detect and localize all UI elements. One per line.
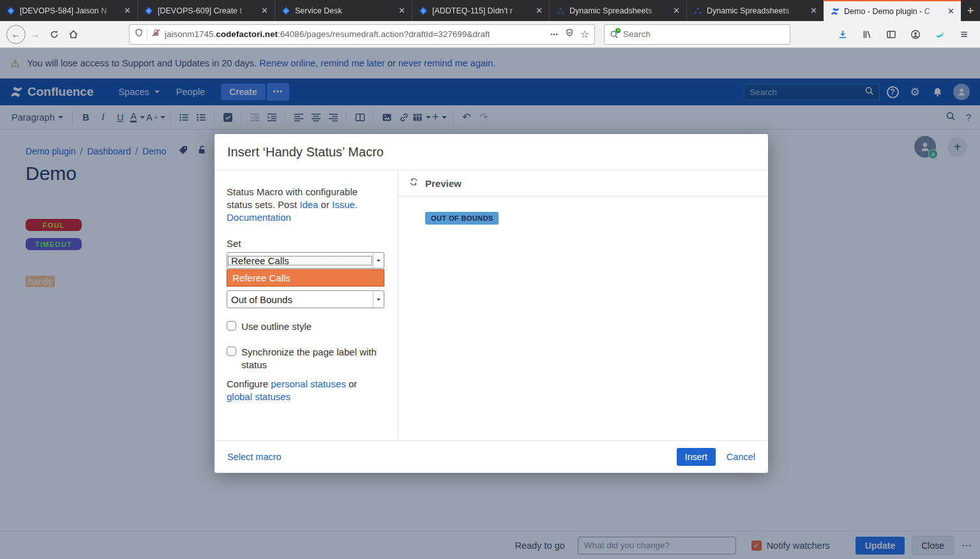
tab-title: [ADDTEQ-115] Didn't r [432,6,529,15]
synchronize-label-text: Synchronize the page label with status [241,346,385,371]
tab-close-icon[interactable]: ✕ [259,5,270,16]
personal-statuses-link[interactable]: personal statuses [271,378,346,389]
dropdown-option-referee-calls[interactable]: Referee Calls [227,272,296,283]
search-input[interactable] [623,29,785,39]
macro-description: Status Macro with configurable status se… [227,186,385,224]
jira-favicon [6,6,15,15]
insert-button[interactable]: Insert [677,448,716,466]
account-icon[interactable] [906,25,925,44]
url-text[interactable]: jaisonm1745.codefactori.net:64086/pages/… [165,29,547,39]
select-arrow-icon[interactable] [373,291,384,308]
library-icon[interactable] [857,25,877,44]
set-select-value: Referee Calls [227,255,373,266]
shield-check-icon[interactable] [565,28,574,40]
use-outline-style-checkbox[interactable] [227,321,236,331]
macro-form-panel: Status Macro with configurable status se… [215,170,398,440]
tab-title: Dynamic Spreadsheets [707,6,804,15]
insert-macro-dialog: Insert ‘Handy Status’ Macro Status Macro… [215,134,768,473]
tab-close-icon[interactable]: ✕ [396,5,407,16]
jira-favicon [144,6,153,15]
reload-button[interactable] [45,25,64,44]
tracking-protection-icon[interactable] [135,28,143,40]
global-statuses-link[interactable]: global statuses [227,391,290,402]
tab-title: Service Desk [295,6,392,15]
downloads-icon[interactable] [833,25,852,44]
spreadsheet-favicon [555,6,565,15]
insecure-lock-icon[interactable] [151,28,161,40]
dialog-title: Insert ‘Handy Status’ Macro [227,145,384,160]
select-arrow-icon[interactable] [373,253,384,268]
set-select[interactable]: Referee Calls [227,252,384,269]
sidebar-icon[interactable] [882,25,901,44]
add-search-engine-badge: + [615,28,621,33]
set-field-label: Set [227,238,385,249]
tab-title: [DEVOPS-584] Jaison N [20,6,117,15]
tab-devops-584[interactable]: [DEVOPS-584] Jaison N ✕ [0,0,137,21]
tab-title: Demo - Demo plugin - C [844,7,941,16]
back-button[interactable]: ← [6,25,26,44]
set-select-dropdown: Referee Calls [227,269,384,287]
home-button[interactable] [64,25,83,44]
tab-close-icon[interactable]: ✕ [122,5,133,16]
idea-link[interactable]: Idea [299,199,318,210]
new-tab-button[interactable]: + [961,0,980,21]
tab-close-icon[interactable]: ✕ [808,5,819,16]
tab-dynamic-spreadsheets-2[interactable]: Dynamic Spreadsheets ✕ [686,0,824,21]
dialog-footer: Select macro Insert Cancel [215,440,768,473]
use-outline-style-label: Use outline style [241,320,312,333]
browser-toolbar: ← → jaisonm1745.codefactori.net:64086/pa… [0,21,980,48]
jira-favicon [418,6,428,15]
bookmark-star-icon[interactable]: ☆ [580,28,589,40]
select-macro-link[interactable]: Select macro [227,452,282,462]
cancel-button[interactable]: Cancel [727,452,755,462]
jira-favicon [281,6,290,15]
dialog-header: Insert ‘Handy Status’ Macro [215,134,768,170]
url-bar[interactable]: jaisonm1745.codefactori.net:64086/pages/… [129,24,595,45]
preview-label: Preview [425,178,462,189]
browser-tab-bar: [DEVOPS-584] Jaison N ✕ [DEVOPS-609] Cre… [0,0,980,21]
confluence-favicon [830,6,840,16]
issue-link[interactable]: Issue. [332,199,358,210]
preview-status-badge: OUT OF BOUNDS [425,212,499,225]
search-icon: + [610,30,619,39]
tab-title: [DEVOPS-609] Create t [158,6,255,15]
documentation-link[interactable]: Documentation [227,212,291,223]
preview-panel: Preview OUT OF BOUNDS [398,170,768,440]
tab-close-icon[interactable]: ✕ [534,5,545,16]
tab-dynamic-spreadsheets-1[interactable]: Dynamic Spreadsheets ✕ [549,0,686,21]
browser-search-bar[interactable]: + [604,24,790,45]
tab-service-desk[interactable]: Service Desk ✕ [275,0,412,21]
tab-title: Dynamic Spreadsheets [569,6,667,15]
forward-button[interactable]: → [26,25,45,44]
tab-close-icon[interactable]: ✕ [946,6,956,17]
divider [147,29,147,40]
synchronize-label-checkbox[interactable] [227,347,236,356]
tab-demo-active[interactable]: Demo - Demo plugin - C ✕ [824,0,961,21]
refresh-icon[interactable] [409,177,419,190]
menu-hamburger-icon[interactable]: ≡ [954,25,974,44]
preview-header: Preview [398,170,768,197]
page-actions-icon[interactable]: ••• [550,31,558,38]
extension-icon[interactable] [930,25,949,44]
spreadsheet-favicon [693,6,702,15]
tab-close-icon[interactable]: ✕ [671,5,682,16]
configure-statuses-text: Configure personal statuses or global st… [227,378,385,403]
tab-devops-609[interactable]: [DEVOPS-609] Create t ✕ [137,0,275,21]
status-select[interactable]: Out of Bounds [227,290,384,308]
status-select-value: Out of Bounds [227,294,373,305]
tab-addteq-115[interactable]: [ADDTEQ-115] Didn't r ✕ [412,0,549,21]
